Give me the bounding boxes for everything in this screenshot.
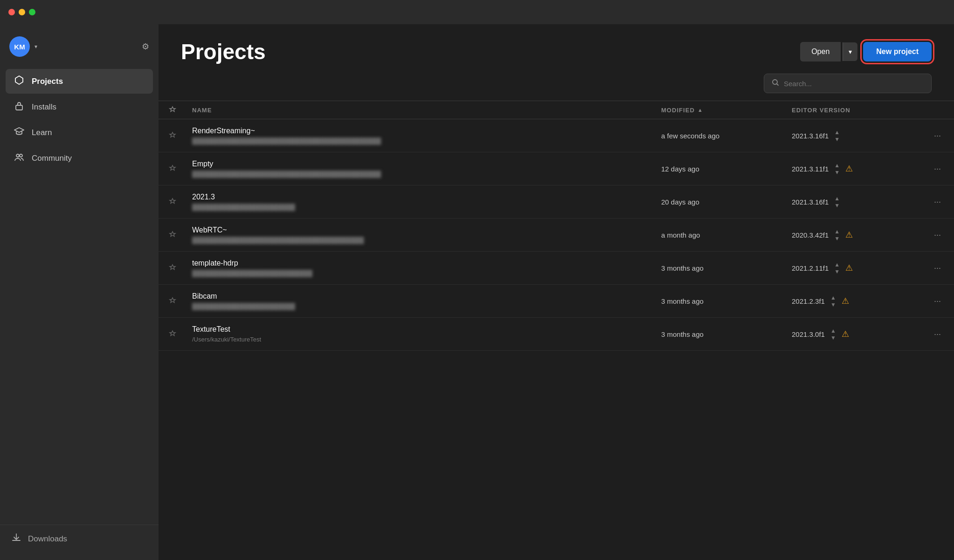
warning-icon: ⚠ <box>842 296 849 306</box>
project-name-cell: template-hdrp ██████████████████████████… <box>187 259 656 277</box>
sidebar-item-community[interactable]: Community <box>6 146 153 171</box>
table-row[interactable]: Bibcam ████████████████████████ 3 months… <box>159 285 954 318</box>
col-version-header: EDITOR VERSION <box>786 106 926 114</box>
search-container <box>159 74 954 101</box>
svg-point-1 <box>16 154 19 157</box>
actions-cell: ··· <box>926 129 954 143</box>
close-button[interactable] <box>8 9 15 15</box>
actions-cell: ··· <box>926 294 954 308</box>
sidebar: KM ▾ ⚙ Projects Installs <box>0 24 159 560</box>
new-project-button[interactable]: New project <box>863 42 932 61</box>
modified-cell: 3 months ago <box>656 297 786 305</box>
user-chevron-icon[interactable]: ▾ <box>35 43 37 50</box>
star-cell[interactable] <box>159 297 187 305</box>
svg-rect-0 <box>16 105 22 110</box>
table-header: NAME MODIFIED ▲ EDITOR VERSION <box>159 101 954 119</box>
version-cell: 2021.2.11f1 ▲▼ ⚠ <box>786 261 926 275</box>
table-row[interactable]: TextureTest /Users/kazuki/TextureTest 3 … <box>159 318 954 351</box>
version-arrows[interactable]: ▲▼ <box>834 228 840 242</box>
table-row[interactable]: WebRTC~ ████████████████████████████████… <box>159 219 954 252</box>
version-arrows[interactable]: ▲▼ <box>834 129 840 143</box>
main-content: Projects Open ▾ New project <box>159 24 954 560</box>
sidebar-item-learn[interactable]: Learn <box>6 120 153 145</box>
project-name-cell: RenderStreaming~ ███████████████████████… <box>187 127 656 144</box>
project-path: ████████████████████████ <box>192 204 650 211</box>
open-button[interactable]: Open <box>800 42 841 61</box>
header-actions: Open ▾ New project <box>800 42 932 61</box>
version-arrows[interactable]: ▲▼ <box>834 162 840 176</box>
actions-cell: ··· <box>926 195 954 209</box>
warning-icon: ⚠ <box>845 263 853 273</box>
more-button[interactable]: ··· <box>930 328 945 341</box>
project-name-cell: WebRTC~ ████████████████████████████████… <box>187 226 656 244</box>
sidebar-label-projects: Projects <box>32 77 63 86</box>
gear-icon[interactable]: ⚙ <box>142 41 149 52</box>
warning-icon: ⚠ <box>842 329 849 339</box>
project-name: template-hdrp <box>192 259 650 267</box>
version-arrows[interactable]: ▲▼ <box>834 261 840 275</box>
star-cell[interactable] <box>159 198 187 206</box>
open-chevron-button[interactable]: ▾ <box>843 42 857 61</box>
page-title: Projects <box>181 39 266 64</box>
more-button[interactable]: ··· <box>930 162 945 176</box>
project-name-cell: Bibcam ████████████████████████ <box>187 292 656 310</box>
star-cell[interactable] <box>159 164 187 173</box>
star-cell[interactable] <box>159 231 187 239</box>
modified-cell: 3 months ago <box>656 264 786 272</box>
maximize-button[interactable] <box>29 9 35 15</box>
project-path: ████████████████████████████████████████ <box>192 237 650 244</box>
project-name: 2021.3 <box>192 193 650 201</box>
more-button[interactable]: ··· <box>930 294 945 308</box>
modified-cell: 12 days ago <box>656 165 786 173</box>
project-name: TextureTest <box>192 325 650 334</box>
sidebar-bottom: Downloads <box>0 525 159 553</box>
version-arrows[interactable]: ▲▼ <box>830 328 836 341</box>
sidebar-item-installs[interactable]: Installs <box>6 95 153 119</box>
project-path: ████████████████████████████ <box>192 270 650 277</box>
title-bar <box>0 0 954 24</box>
sidebar-item-downloads[interactable]: Downloads <box>11 533 147 545</box>
project-name-cell: 2021.3 ████████████████████████ <box>187 193 656 211</box>
more-button[interactable]: ··· <box>930 195 945 209</box>
warning-icon: ⚠ <box>845 230 853 240</box>
table-row[interactable]: 2021.3 ████████████████████████ 20 days … <box>159 185 954 219</box>
version-cell: 2021.3.0f1 ▲▼ ⚠ <box>786 328 926 341</box>
col-modified-header[interactable]: MODIFIED ▲ <box>656 106 786 114</box>
installs-icon <box>13 101 25 113</box>
minimize-button[interactable] <box>19 9 25 15</box>
project-name-cell: Empty ██████████████████████████████████… <box>187 160 656 178</box>
downloads-label: Downloads <box>28 534 67 544</box>
project-path: /Users/kazuki/TextureTest <box>192 336 650 343</box>
projects-icon <box>13 75 25 88</box>
project-name: WebRTC~ <box>192 226 650 234</box>
col-actions-header <box>926 106 954 114</box>
search-input[interactable] <box>784 80 924 88</box>
warning-icon: ⚠ <box>845 164 853 174</box>
version-cell: 2021.2.3f1 ▲▼ ⚠ <box>786 294 926 308</box>
version-arrows[interactable]: ▲▼ <box>834 195 840 209</box>
search-box <box>764 74 932 93</box>
star-cell[interactable] <box>159 330 187 338</box>
project-name-cell: TextureTest /Users/kazuki/TextureTest <box>187 325 656 343</box>
star-cell[interactable] <box>159 131 187 140</box>
version-arrows[interactable]: ▲▼ <box>830 294 836 308</box>
table-row[interactable]: RenderStreaming~ ███████████████████████… <box>159 119 954 152</box>
project-path: ████████████████████████████████████████… <box>192 171 650 178</box>
version-cell: 2020.3.42f1 ▲▼ ⚠ <box>786 228 926 242</box>
actions-cell: ··· <box>926 261 954 275</box>
more-button[interactable]: ··· <box>930 261 945 275</box>
more-button[interactable]: ··· <box>930 129 945 143</box>
modified-cell: a month ago <box>656 231 786 239</box>
table-row[interactable]: template-hdrp ██████████████████████████… <box>159 252 954 285</box>
more-button[interactable]: ··· <box>930 228 945 242</box>
table-row[interactable]: Empty ██████████████████████████████████… <box>159 152 954 185</box>
sidebar-item-projects[interactable]: Projects <box>6 69 153 94</box>
star-cell[interactable] <box>159 264 187 272</box>
project-name: RenderStreaming~ <box>192 127 650 135</box>
avatar[interactable]: KM <box>9 36 30 57</box>
actions-cell: ··· <box>926 162 954 176</box>
user-section: KM ▾ ⚙ <box>0 32 159 61</box>
actions-cell: ··· <box>926 228 954 242</box>
actions-cell: ··· <box>926 328 954 341</box>
version-cell: 2021.3.16f1 ▲▼ <box>786 129 926 143</box>
